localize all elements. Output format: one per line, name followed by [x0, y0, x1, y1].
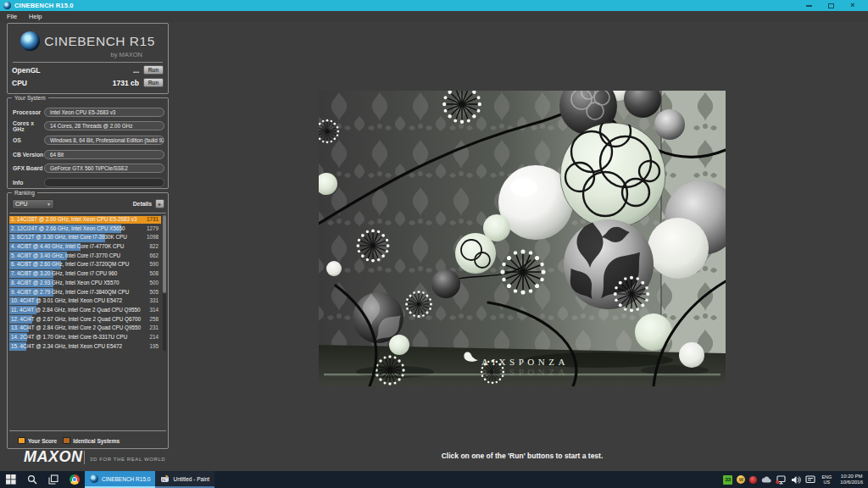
details-expand-button[interactable]: ▸ [155, 199, 164, 208]
ranking-scrollbar[interactable] [163, 215, 166, 351]
language-indicator[interactable]: ENG US [820, 474, 833, 485]
windows-logo-icon [6, 474, 16, 485]
system-field-label: Cores x GHz [13, 120, 44, 132]
language-line2: US [824, 480, 831, 485]
cpu-run-button[interactable]: Run [143, 78, 164, 87]
task-view-icon [48, 474, 58, 485]
aixsponza-reflection: AIXSPONZA [481, 367, 569, 377]
ranking-row[interactable]: 1. 14C/28T @ 2.00 GHz, Intel Xeon CPU E5… [9, 215, 161, 225]
taskbar-app-cinebench[interactable]: CINEBENCH R15.0 [85, 471, 155, 488]
search-button[interactable] [21, 471, 42, 488]
ranking-row[interactable]: 13. 4C/4T @ 2.84 GHz, Intel Core 2 Quad … [9, 324, 161, 333]
ranking-row-label: 7. 4C/8T @ 3.20 GHz, Intel Core i7 CPU 9… [11, 269, 117, 279]
identical-systems-swatch [63, 437, 70, 444]
ranking-row-score: 195 [149, 342, 159, 352]
ranking-row[interactable]: 9. 4C/8T @ 2.79 GHz, Intel Core i7-3840Q… [9, 288, 161, 297]
matte-white-sphere [648, 218, 709, 279]
system-field-label: GFX Board [13, 165, 44, 171]
taskbar-clock[interactable]: 10:20 PM 10/6/2016 [837, 474, 865, 486]
ranking-row-label: 4. 4C/8T @ 4.40 GHz, Intel Core i7-4770K… [11, 242, 124, 252]
ranking-filter-value: CPU [15, 201, 27, 207]
legend-identical-systems: Identical Systems [63, 437, 120, 444]
taskbar-app-paint[interactable]: Untitled - Paint [155, 471, 214, 488]
system-field-value: Intel Xeon CPU E5-2683 v3 [44, 108, 164, 117]
opengl-test-row: OpenGL ... Run [8, 64, 168, 75]
system-field-value: 64 Bit [44, 150, 164, 159]
ranking-row[interactable]: 7. 4C/8T @ 3.20 GHz, Intel Core i7 CPU 9… [9, 269, 161, 279]
ranking-row-label: 3. 6C/12T @ 3.30 GHz, Intel Core i7-3930… [11, 233, 127, 242]
ranking-row-score: 505 [149, 288, 159, 297]
start-button[interactable] [0, 471, 21, 488]
system-info-row: OS Windows 8, 64 Bit, Professional Editi… [8, 133, 168, 147]
scrollbar-thumb[interactable] [163, 215, 166, 293]
network-status-icon[interactable] [776, 475, 787, 485]
logo-byline: by MAXON [8, 51, 142, 58]
ranking-row-label: 14. 2C/4T @ 1.70 GHz, Intel Core i5-3317… [11, 333, 127, 342]
ranking-row-score: 662 [149, 252, 159, 261]
ranking-row[interactable]: 10. 4C/4T @ 3.01 GHz, Intel Xeon CPU E54… [9, 297, 161, 306]
desktop-screen: CINEBENCH R15.0 × File Help CINEBENCH R1… [0, 0, 868, 488]
ranking-row[interactable]: 15. 4C/4T @ 2.34 GHz, Intel Xeon CPU E54… [9, 342, 161, 352]
cpu-score-value: 1731 cb [113, 79, 139, 87]
logo-separator [13, 62, 163, 63]
ranking-row[interactable]: 8. 4C/8T @ 2.93 GHz, Intel Xeon CPU X557… [9, 279, 161, 288]
status-hint-text: Click on one of the 'Run' buttons to sta… [319, 452, 726, 460]
task-view-button[interactable] [42, 471, 64, 488]
red-app-tray-icon[interactable] [749, 476, 757, 484]
opengl-run-button[interactable]: Run [143, 65, 164, 75]
system-tray: 33 W [723, 474, 868, 486]
ranking-row-label: 1. 14C/28T @ 2.00 GHz, Intel Xeon CPU E5… [11, 215, 136, 225]
details-label: Details [133, 201, 152, 207]
ranking-row[interactable]: 3. 6C/12T @ 3.30 GHz, Intel Core i7-3930… [9, 233, 161, 242]
ranking-row[interactable]: 6. 4C/8T @ 2.60 GHz, Intel Core i7-3720Q… [9, 260, 161, 269]
ranking-row-score: 590 [149, 260, 159, 269]
your-system-panel: Your System Processor Intel Xeon CPU E5-… [7, 97, 169, 189]
opengl-label: OpenGL [12, 66, 41, 75]
ranking-row[interactable]: 14. 2C/4T @ 1.70 GHz, Intel Core i5-3317… [9, 333, 161, 342]
ranking-row[interactable]: 2. 12C/24T @ 2.66 GHz, Intel Xeon CPU X5… [9, 225, 161, 234]
cpu-test-row: CPU 1731 cb Run [8, 77, 168, 88]
cpu-temp-badge[interactable]: 33 [723, 475, 732, 485]
search-icon [27, 474, 37, 485]
system-field-label: OS [13, 137, 44, 143]
system-info-row: CB Version 64 Bit [8, 147, 168, 162]
menu-file[interactable]: File [7, 13, 17, 20]
system-info-rows: Processor Intel Xeon CPU E5-2683 v3 Core… [8, 105, 168, 190]
ranking-row[interactable]: 11. 4C/4T @ 2.84 GHz, Intel Core 2 Quad … [9, 306, 161, 315]
render-scene-image: AIXSPONZA AIXSPONZA [319, 91, 726, 386]
cinebench-task-label: CINEBENCH R15.0 [102, 476, 150, 482]
onedrive-cloud-icon[interactable] [761, 475, 771, 484]
clock-time: 10:20 PM [841, 474, 863, 480]
clock-date: 10/6/2016 [840, 480, 863, 486]
ranking-panel: Ranking CPU ▼ Details ▸ 1. 14C/28T @ 2.0… [7, 192, 169, 449]
system-field-label: CB Version [13, 152, 44, 158]
ranking-row-label: 10. 4C/4T @ 3.01 GHz, Intel Xeon CPU E54… [11, 297, 122, 306]
ranking-separator-top [9, 213, 166, 214]
cpu-label: CPU [12, 79, 27, 87]
ranking-filter-dropdown[interactable]: CPU ▼ [12, 199, 54, 209]
chrome-button[interactable] [64, 471, 85, 488]
ranking-color-legend: Your Score Identical Systems [18, 437, 120, 444]
system-info-row: GFX Board GeForce GTX 560 Ti/PCIe/SSE2 [8, 161, 168, 175]
ranking-row-label: 2. 12C/24T @ 2.66 GHz, Intel Xeon CPU X5… [11, 225, 125, 234]
ranking-row[interactable]: 4. 4C/8T @ 4.40 GHz, Intel Core i7-4770K… [9, 242, 161, 252]
minimize-icon [806, 5, 812, 7]
ranking-row[interactable]: 12. 4C/4T @ 2.67 GHz, Intel Core 2 Quad … [9, 315, 161, 324]
volume-icon[interactable] [791, 475, 801, 485]
ranking-row-label: 15. 4C/4T @ 2.34 GHz, Intel Xeon CPU E54… [11, 342, 122, 352]
ranking-row-score: 331 [149, 297, 159, 306]
benchmark-panel: CINEBENCH R15 by MAXON OpenGL ... Run CP… [7, 23, 169, 94]
ranking-header: CPU ▼ Details ▸ [12, 198, 164, 209]
system-info-row: Cores x GHz 14 Cores, 28 Threads @ 2.00 … [8, 119, 168, 134]
menu-help[interactable]: Help [29, 13, 42, 20]
close-button[interactable]: × [848, 1, 858, 10]
cinebench-logo-title: CINEBENCH R15 [44, 34, 155, 49]
ranking-row-label: 8. 4C/8T @ 2.93 GHz, Intel Xeon CPU X557… [11, 279, 119, 288]
action-center-icon[interactable] [805, 475, 815, 485]
ranking-row[interactable]: 5. 4C/8T @ 3.40 GHz, Intel Core i7-3770 … [9, 252, 161, 261]
aixsponza-text: AIXSPONZA [481, 357, 569, 367]
maximize-button[interactable] [826, 1, 836, 10]
ranking-row-label: 11. 4C/4T @ 2.84 GHz, Intel Core 2 Quad … [11, 306, 140, 315]
minimize-button[interactable] [804, 1, 814, 10]
w-app-tray-icon[interactable]: W [737, 475, 745, 484]
